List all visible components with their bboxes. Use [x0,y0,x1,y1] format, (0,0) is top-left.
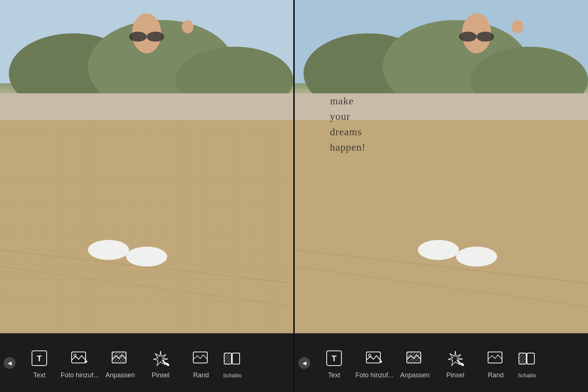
right-tool-anpassen-label: Anpassen [400,371,430,379]
right-brush-icon [446,349,465,367]
right-text-icon-wrapper: T [324,348,344,368]
right-border-icon [487,349,505,367]
panel-divider [293,0,295,333]
left-photo-panel [0,0,293,333]
left-tool-foto[interactable]: Foto hinzuf... [60,342,100,384]
svg-rect-46 [232,353,240,364]
svg-point-16 [126,247,167,266]
right-adjust-icon [406,349,424,367]
svg-rect-4 [0,93,293,120]
right-tool-foto-label: Foto hinzuf... [355,371,394,379]
right-tool-pinsel-label: Pinsel [446,371,464,379]
svg-point-15 [88,240,129,260]
right-toolbar: ◀ T Text [295,334,588,392]
right-template-icon-wrapper [517,349,537,370]
right-tool-pinsel[interactable]: Pinsel [435,342,476,384]
right-brush-icon-wrapper [445,348,466,368]
right-photo-add-icon-wrapper [364,348,385,368]
border-icon-wrapper [191,348,211,368]
template-icon-wrapper [222,349,243,370]
right-tool-rand[interactable]: Rand [476,342,516,384]
svg-text:T: T [331,354,337,363]
left-tool-schablo[interactable]: Schablo [221,343,243,383]
right-tool-schablo[interactable]: Schablo [516,343,538,383]
svg-point-13 [147,32,164,42]
text-icon-wrapper: T [29,348,50,368]
left-photo-background [0,0,293,333]
right-template-icon [518,350,536,368]
left-toolbar: ◀ T Text [0,334,293,392]
right-tool-anpassen[interactable]: Anpassen [395,342,435,384]
left-tool-rand[interactable]: Rand [181,342,221,384]
svg-point-12 [129,32,147,42]
photo-add-icon [71,349,89,367]
svg-rect-8 [0,120,293,333]
right-photo-add-icon [365,349,384,367]
right-tool-schablo-label: Schablo [518,373,537,378]
svg-point-14 [182,20,194,33]
border-icon [192,349,210,367]
svg-point-28 [512,20,524,33]
svg-text:T: T [37,354,42,363]
left-tool-anpassen-label: Anpassen [105,371,135,379]
left-tool-rand-label: Rand [193,371,209,379]
adjust-icon [111,349,129,367]
text-icon: T [30,349,49,367]
toolbar: ◀ T Text [0,333,588,392]
brush-icon [151,349,170,367]
right-tool-text[interactable]: T Text [314,342,354,384]
svg-point-30 [456,247,497,266]
right-adjust-icon-wrapper [405,348,425,368]
left-tool-schablo-label: Schablo [223,373,242,378]
left-tool-foto-label: Foto hinzuf... [61,371,99,379]
brush-icon-wrapper [150,348,171,368]
svg-rect-60 [519,353,526,364]
handwriting-overlay: make your dreams happen! [330,93,366,155]
main-canvas: make your dreams happen! [0,0,588,333]
right-tool-text-label: Text [328,371,340,379]
svg-point-27 [477,32,494,42]
left-tool-text-label: Text [33,371,45,379]
right-border-icon-wrapper [485,348,506,368]
svg-point-29 [418,240,459,260]
svg-point-50 [369,354,371,356]
svg-point-34 [74,354,76,356]
right-arrow-button[interactable]: ◀ [298,357,310,369]
left-tool-anpassen[interactable]: Anpassen [100,342,140,384]
left-toolbar-items: T Text Foto hinzuf... [19,342,290,384]
template-icon [223,350,241,368]
svg-rect-44 [224,353,232,364]
svg-rect-57 [461,363,464,366]
right-photo-panel: make your dreams happen! [295,0,588,333]
right-text-icon: T [325,349,343,367]
left-tool-pinsel-label: Pinsel [151,371,169,379]
adjust-icon-wrapper [110,348,130,368]
svg-point-26 [459,32,477,42]
photo-add-icon-wrapper [69,348,90,368]
left-tool-pinsel[interactable]: Pinsel [140,342,181,384]
svg-rect-41 [166,363,169,366]
right-tool-rand-label: Rand [488,371,503,379]
right-toolbar-items: T Text Foto hinzuf... [314,342,584,384]
left-tool-text[interactable]: T Text [19,342,60,384]
right-photo-background: make your dreams happen! [295,0,588,333]
right-tool-foto[interactable]: Foto hinzuf... [354,342,395,384]
svg-rect-62 [527,353,534,364]
left-arrow-button[interactable]: ◀ [4,357,15,369]
